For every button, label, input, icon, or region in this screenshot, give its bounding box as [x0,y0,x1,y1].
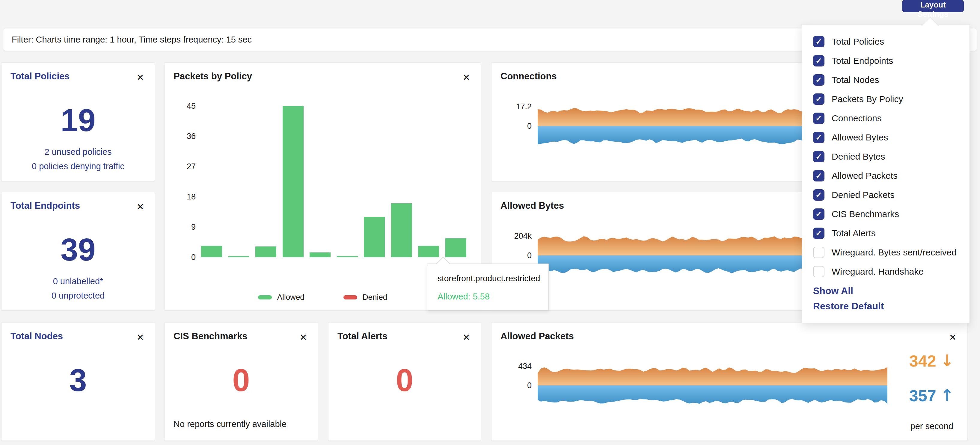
close-icon[interactable]: ✕ [946,331,959,344]
dropdown-item-label: Connections [832,113,882,124]
checkbox-checked-icon[interactable]: ✓ [813,228,824,239]
checkbox-checked-icon[interactable]: ✓ [813,36,824,48]
y-tick: 27 [170,162,196,171]
bar[interactable] [283,106,304,257]
packets-up-value: 357 [909,386,936,405]
dropdown-item[interactable]: Wireguard. Handshake [802,262,969,281]
bar[interactable] [228,256,249,257]
dropdown-item[interactable]: ✓Total Endpoints [802,51,969,70]
close-icon[interactable]: ✕ [134,71,147,84]
y-tick: 18 [170,192,196,201]
dropdown-item-label: Total Nodes [832,75,879,85]
arrow-up-icon: ↑ [940,386,954,405]
bar-chart-plot[interactable] [198,63,469,257]
show-all-link[interactable]: Show All [813,285,969,296]
legend-item: Allowed [258,293,304,302]
packets-up-stat: 357 ↑ [909,386,954,405]
close-icon[interactable]: ✕ [134,331,147,344]
checkbox-checked-icon[interactable]: ✓ [813,170,824,182]
dropdown-item-label: CIS Benchmarks [832,209,899,219]
y-tick: 36 [170,131,196,141]
dropdown-item-label: Wireguard. Bytes sent/received [832,247,957,258]
legend-item: Denied [344,293,387,302]
dropdown-item-label: Allowed Bytes [832,132,888,143]
dropdown-item[interactable]: ✓Allowed Bytes [802,128,969,147]
layout-settings-button[interactable]: Layout Settings [902,0,964,12]
cis-benchmarks-note: No reports currently available [173,419,286,429]
card-title: Total Policies [11,71,70,82]
packets-down-value: 342 [909,352,936,370]
dropdown-item[interactable]: ✓CIS Benchmarks [802,204,969,224]
close-icon[interactable]: ✕ [460,331,473,344]
checkbox-checked-icon[interactable]: ✓ [813,151,824,162]
card-title: Connections [501,71,557,82]
arrow-down-icon: ↓ [940,351,954,370]
y-tick: 0 [499,381,531,390]
bar[interactable] [255,247,276,257]
y-tick: 434 [499,361,531,371]
card-total-nodes: Total Nodes ✕ 3 [1,322,155,441]
checkbox-checked-icon[interactable]: ✓ [813,74,824,86]
checkbox-checked-icon[interactable]: ✓ [813,189,824,201]
bar[interactable] [445,238,466,257]
card-title: Allowed Bytes [501,200,564,211]
dropdown-item[interactable]: ✓Denied Packets [802,185,969,204]
checkbox-unchecked-icon[interactable] [813,266,824,277]
card-title: Total Nodes [11,331,63,342]
total-policies-value: 19 [2,105,154,136]
y-tick: 0 [499,121,531,131]
close-icon[interactable]: ✕ [297,331,310,344]
card-allowed-packets: Allowed Packets ✕ 434 0 342 ↓ 357 ↑ per … [491,322,967,441]
y-tick: 45 [170,101,196,111]
checkbox-unchecked-icon[interactable] [813,247,824,258]
dropdown-checkbox-list: ✓Total Policies✓Total Endpoints✓Total No… [802,25,969,281]
checkbox-checked-icon[interactable]: ✓ [813,132,824,143]
card-cis-benchmarks: CIS Benchmarks ✕ 0 No reports currently … [164,322,318,441]
bar[interactable] [418,246,439,257]
dropdown-item[interactable]: ✓Denied Bytes [802,147,969,166]
cis-benchmarks-value: 0 [164,364,318,396]
bar[interactable] [364,217,385,257]
dropdown-item-label: Wireguard. Handshake [832,266,924,277]
card-title: Total Endpoints [11,200,80,211]
packets-down-stat: 342 ↓ [909,351,954,370]
dropdown-item-label: Allowed Packets [832,171,897,181]
checkbox-checked-icon[interactable]: ✓ [813,208,824,220]
total-policies-subtitle: 2 unused policies [2,147,154,157]
card-title: CIS Benchmarks [173,331,247,342]
bar[interactable] [310,252,331,257]
dropdown-item-label: Packets By Policy [832,94,903,104]
bar[interactable] [201,246,222,257]
restore-default-link[interactable]: Restore Default [813,301,969,312]
dropdown-item[interactable]: ✓Packets By Policy [802,90,969,109]
bar[interactable] [337,256,358,257]
checkbox-checked-icon[interactable]: ✓ [813,112,824,124]
allowed-packets-area-chart[interactable] [538,353,888,415]
dropdown-item-label: Total Alerts [832,228,876,238]
card-total-policies: Total Policies ✕ 19 2 unused policies 0 … [1,62,155,181]
total-endpoints-subtitle: 0 unlabelled* [2,276,154,286]
legend-swatch [258,295,272,299]
legend-swatch [344,295,357,299]
card-total-endpoints: Total Endpoints ✕ 39 0 unlabelled* 0 unp… [1,192,155,310]
total-endpoints-subtitle: 0 unprotected [2,291,154,301]
tooltip-title: storefront.product.restricted [438,274,540,283]
dropdown-item[interactable]: Wireguard. Bytes sent/received [802,243,969,262]
legend-label: Allowed [277,293,304,302]
y-tick: 204k [499,231,531,241]
card-title: Total Alerts [337,331,388,342]
bar[interactable] [391,203,412,257]
total-policies-subtitle: 0 policies denying traffic [2,162,154,171]
checkbox-checked-icon[interactable]: ✓ [813,55,824,67]
dropdown-item[interactable]: ✓Allowed Packets [802,166,969,185]
dropdown-item[interactable]: ✓Total Policies [802,32,969,51]
dropdown-item[interactable]: ✓Total Alerts [802,224,969,243]
dropdown-item-label: Total Endpoints [832,56,893,66]
card-title: Allowed Packets [501,331,574,342]
tooltip-value: Allowed: 5.58 [438,292,490,302]
y-tick: 0 [499,251,531,260]
dropdown-item[interactable]: ✓Connections [802,109,969,128]
dropdown-item[interactable]: ✓Total Nodes [802,70,969,90]
checkbox-checked-icon[interactable]: ✓ [813,93,824,105]
close-icon[interactable]: ✕ [134,200,147,214]
